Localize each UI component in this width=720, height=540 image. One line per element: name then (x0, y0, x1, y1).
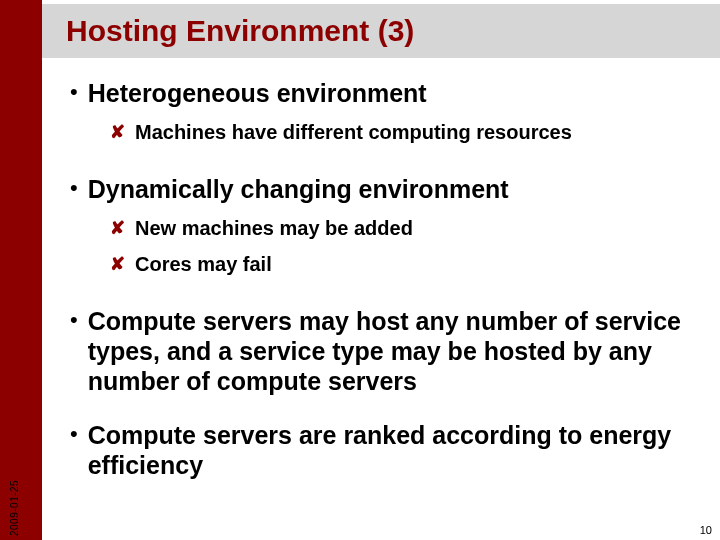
date-label: 2009-01-25 (9, 480, 20, 536)
bullet-text: Compute servers are ranked according to … (88, 420, 700, 480)
bullet-level2: ✘ Cores may fail (110, 252, 700, 276)
bullet-level1: • Dynamically changing environment (70, 174, 700, 204)
bullet-text: Compute servers may host any number of s… (88, 306, 700, 396)
x-mark-icon: ✘ (110, 252, 125, 276)
subbullet-text: Cores may fail (135, 252, 272, 276)
bullet-dot-icon: • (70, 78, 78, 106)
bullet-text: Heterogeneous environment (88, 78, 427, 108)
left-red-bar (0, 0, 42, 540)
bullet-level2: ✘ Machines have different computing reso… (110, 120, 700, 144)
title-bar: Hosting Environment (3) (42, 4, 720, 58)
slide: 2009-01-25 Hosting Environment (3) • Het… (0, 0, 720, 540)
bullet-level1: • Compute servers may host any number of… (70, 306, 700, 396)
bullet-level1: • Compute servers are ranked according t… (70, 420, 700, 480)
x-mark-icon: ✘ (110, 120, 125, 144)
bullet-text: Dynamically changing environment (88, 174, 509, 204)
subbullet-text: New machines may be added (135, 216, 413, 240)
bullet-level2: ✘ New machines may be added (110, 216, 700, 240)
x-mark-icon: ✘ (110, 216, 125, 240)
subbullet-text: Machines have different computing resour… (135, 120, 572, 144)
bullet-dot-icon: • (70, 306, 78, 334)
page-number: 10 (700, 524, 712, 536)
bullet-dot-icon: • (70, 420, 78, 448)
content-area: • Heterogeneous environment ✘ Machines h… (70, 78, 700, 480)
bullet-dot-icon: • (70, 174, 78, 202)
page-title: Hosting Environment (3) (42, 14, 414, 48)
bullet-level1: • Heterogeneous environment (70, 78, 700, 108)
